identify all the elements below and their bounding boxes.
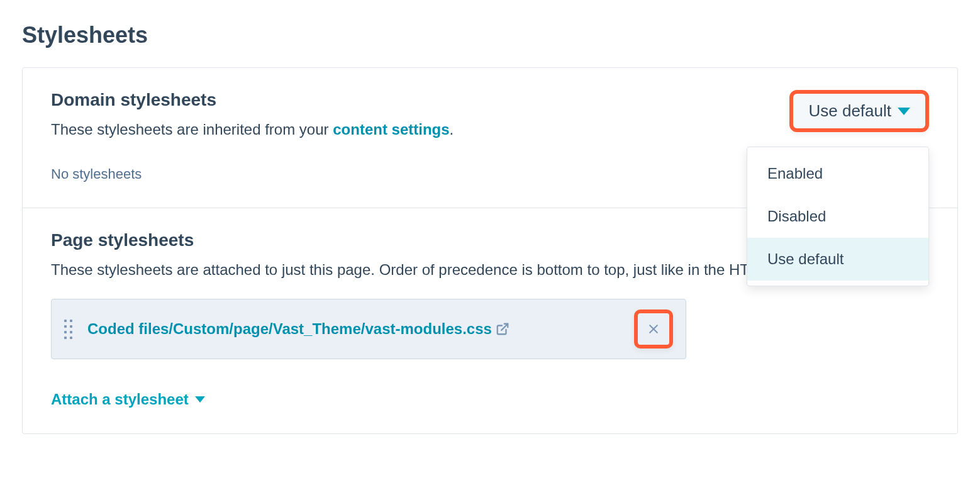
dropdown-menu: Enabled Disabled Use default: [747, 147, 929, 286]
svg-line-0: [501, 324, 508, 330]
desc-text-prefix: These stylesheets are inherited from you…: [51, 121, 333, 138]
content-settings-link[interactable]: content settings: [333, 121, 449, 138]
domain-dropdown-container: Use default Enabled Disabled Use default: [789, 90, 929, 132]
desc-text-suffix: .: [450, 121, 454, 138]
use-default-dropdown[interactable]: Use default: [789, 90, 929, 132]
dropdown-option-use-default[interactable]: Use default: [747, 238, 928, 281]
external-link-icon: [496, 322, 509, 336]
remove-stylesheet-button[interactable]: [634, 310, 673, 349]
attach-stylesheet-button[interactable]: Attach a stylesheet: [51, 391, 205, 408]
drag-handle-icon[interactable]: [64, 320, 72, 339]
domain-section-title: Domain stylesheets: [51, 90, 680, 110]
dropdown-selected-label: Use default: [808, 101, 891, 121]
caret-down-icon: [898, 108, 910, 115]
domain-section-description: These stylesheets are inherited from you…: [51, 118, 680, 141]
stylesheets-panel: Domain stylesheets These stylesheets are…: [22, 67, 958, 434]
stylesheet-row: Coded files/Custom/page/Vast_Theme/vast-…: [51, 299, 686, 359]
dropdown-option-disabled[interactable]: Disabled: [747, 195, 928, 238]
domain-stylesheets-section: Domain stylesheets These stylesheets are…: [23, 68, 957, 208]
caret-down-icon: [195, 396, 205, 403]
stylesheet-file-link[interactable]: Coded files/Custom/page/Vast_Theme/vast-…: [87, 320, 619, 338]
page-title: Stylesheets: [22, 22, 958, 48]
no-stylesheets-text: No stylesheets: [51, 166, 680, 182]
attach-stylesheet-label: Attach a stylesheet: [51, 391, 189, 408]
stylesheet-path-text: Coded files/Custom/page/Vast_Theme/vast-…: [87, 320, 492, 338]
dropdown-option-enabled[interactable]: Enabled: [747, 152, 928, 195]
